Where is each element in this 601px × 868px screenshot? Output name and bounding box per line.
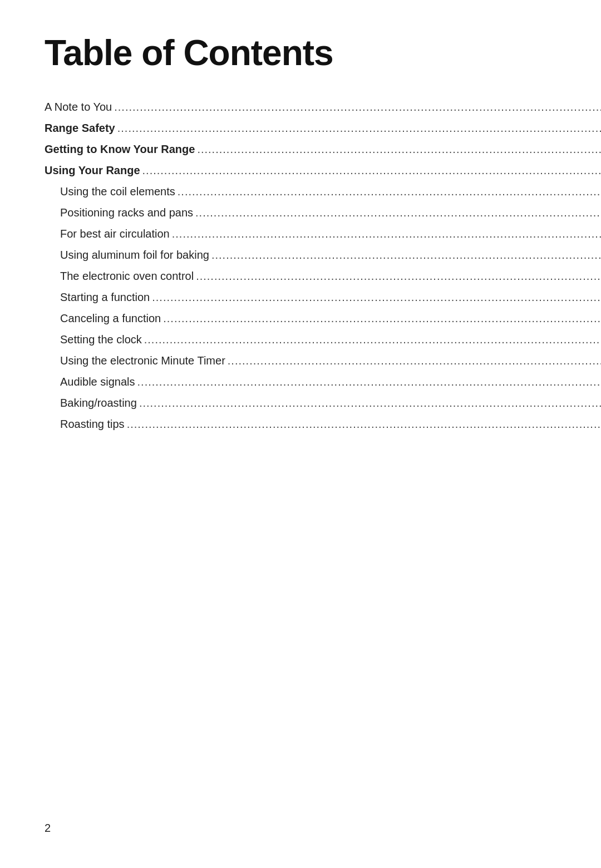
entry-dots: ........................................… [211, 247, 601, 263]
toc-entry: Roasting tips...........................… [45, 416, 601, 432]
toc-entry: Positioning racks and pans..............… [45, 205, 601, 220]
toc-entry: Using Your Range........................… [45, 162, 601, 178]
entry-text: Canceling a function [60, 310, 161, 326]
toc-entry: Using the coil elements.................… [45, 184, 601, 199]
toc-entry: Canceling a function....................… [45, 310, 601, 326]
left-column: A Note to You...........................… [45, 99, 601, 437]
entry-text: Roasting tips [60, 416, 125, 432]
entry-text: Using aluminum foil for baking [60, 247, 209, 263]
entry-dots: ........................................… [195, 205, 601, 220]
entry-text: Using Your Range [45, 162, 140, 178]
entry-text: Using the coil elements [60, 184, 175, 199]
entry-text: Using the electronic Minute Timer [60, 353, 225, 368]
page-footer: 2 [45, 822, 51, 835]
entry-dots: ........................................… [142, 162, 601, 178]
toc-entry: Setting the clock.......................… [45, 332, 601, 347]
toc-entry: The electronic oven control.............… [45, 268, 601, 284]
entry-dots: ........................................… [197, 141, 601, 157]
entry-text: Positioning racks and pans [60, 205, 193, 220]
page-title: Table of Contents [45, 33, 556, 72]
entry-dots: ........................................… [152, 289, 601, 305]
entry-dots: ........................................… [139, 395, 601, 411]
toc-entry: For best air circulation................… [45, 226, 601, 241]
toc-entry: Using the electronic Minute Timer.......… [45, 353, 601, 368]
entry-dots: ........................................… [137, 374, 601, 389]
entry-dots: ........................................… [144, 332, 601, 347]
entry-dots: ........................................… [114, 99, 601, 115]
entry-dots: ........................................… [228, 353, 601, 368]
entry-text: Range Safety [45, 120, 115, 136]
toc-entry: A Note to You...........................… [45, 99, 601, 115]
toc-entry: Getting to Know Your Range..............… [45, 141, 601, 157]
toc-container: A Note to You...........................… [45, 99, 556, 447]
entry-text: Audible signals [60, 374, 135, 389]
entry-dots: ........................................… [196, 268, 601, 284]
toc-entry: Baking/roasting.........................… [45, 395, 601, 411]
entry-dots: ........................................… [178, 184, 601, 199]
toc-entry: Starting a function.....................… [45, 289, 601, 305]
toc-entry: Using aluminum foil for baking..........… [45, 247, 601, 263]
entry-text: For best air circulation [60, 226, 170, 241]
entry-text: Getting to Know Your Range [45, 141, 195, 157]
entry-text: Setting the clock [60, 332, 142, 347]
entry-text: The electronic oven control [60, 268, 194, 284]
toc-entry: Audible signals.........................… [45, 374, 601, 389]
entry-dots: ........................................… [172, 226, 601, 241]
entry-text: Baking/roasting [60, 395, 137, 411]
entry-dots: ........................................… [117, 120, 601, 136]
entry-text: A Note to You [45, 99, 112, 115]
toc-entry: Range Safety............................… [45, 120, 601, 136]
entry-dots: ........................................… [163, 310, 601, 326]
entry-text: Starting a function [60, 289, 150, 305]
entry-dots: ........................................… [127, 416, 601, 432]
